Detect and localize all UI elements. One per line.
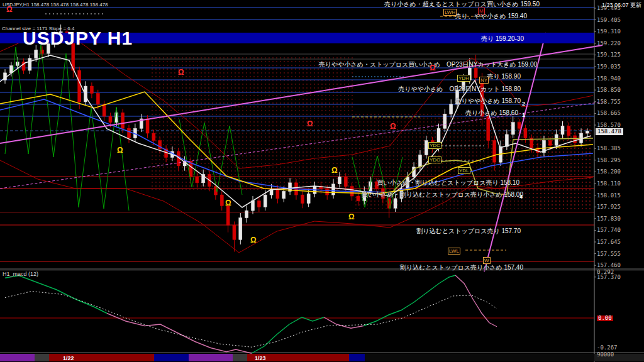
price-axis-label: 158.385 <box>597 146 621 151</box>
candle-body <box>96 94 99 104</box>
candle-body <box>233 225 236 239</box>
candle-body <box>586 131 589 133</box>
price-axis-label: 157.925 <box>597 204 621 210</box>
level-annotation-label: 買い小さめ・割り込むとストップロス売り 158.10 <box>377 178 519 187</box>
indicator-tag-m: M <box>478 8 485 14</box>
price-axis-label: 158.015 <box>597 193 621 199</box>
indicator-tag-ydo: YDO <box>428 156 441 163</box>
price-axis-label: 158.200 <box>597 169 621 175</box>
indicator-tag-ydh: YDH <box>457 75 470 82</box>
price-axis-label: 157.460 <box>597 263 621 268</box>
signal-banner: USDJPY H1 売り 159.20-30 <box>0 33 594 43</box>
candle-body <box>90 86 93 94</box>
price-axis-label: 157.555 <box>597 251 621 257</box>
candle-body <box>307 194 310 203</box>
candle-body <box>152 133 155 141</box>
level-annotation-label: 売り、やや小さめ 159.40 <box>455 12 527 21</box>
macd-line-down <box>324 317 364 329</box>
indicator-tag-ny: NY <box>479 77 489 84</box>
price-axis-label: 158.570 <box>597 123 621 128</box>
candle-body <box>548 141 552 146</box>
candle-body <box>574 136 577 143</box>
candle-body <box>450 104 453 114</box>
buy-signal-icon: Ω <box>117 146 123 155</box>
chart-canvas[interactable] <box>0 0 644 362</box>
candle-body <box>245 211 248 218</box>
timeline-session-segment <box>233 354 247 361</box>
candle-body <box>103 104 106 116</box>
banner-symbol-title: USDJPY H1 <box>23 28 133 49</box>
candle-body <box>41 50 44 53</box>
buy-signal-icon: Ω <box>348 212 355 221</box>
candle-body <box>567 126 570 135</box>
macd-signal-line <box>5 292 497 348</box>
buy-signal-icon: Ω <box>331 166 338 175</box>
price-axis-label: 157.370 <box>597 275 621 280</box>
candle-body <box>561 126 564 134</box>
price-axis-label: 159.405 <box>597 18 621 23</box>
level-annotation-label: 売りやや小さめ OP23日NYカット 158.80 <box>398 85 521 94</box>
price-axis-label: 158.755 <box>597 99 621 105</box>
macd-line-down <box>455 275 497 327</box>
price-axis-label: 158.850 <box>597 87 621 93</box>
timeline-session-segment <box>35 354 49 361</box>
candle-body <box>257 201 260 207</box>
indicator-tag-ydc: YDC <box>428 142 441 149</box>
price-axis-label: 158.295 <box>597 158 621 163</box>
candle-body <box>332 184 335 195</box>
level-annotation-label: 売り小さめ 158.60 <box>465 109 518 118</box>
candle-body <box>357 196 360 201</box>
candle-body <box>264 195 267 207</box>
buy-signal-icon: Ω <box>250 236 257 244</box>
candle-body <box>282 191 286 199</box>
level-annotation-label: 売り 158.90 <box>487 72 521 81</box>
price-axis-label: 159.035 <box>597 64 621 70</box>
level-annotation-label: 売りやや小さめ 158.70 <box>455 97 521 106</box>
candle-body <box>252 201 255 211</box>
wave-count-marker: 2 <box>522 101 525 107</box>
macd-indicator-label: H1_macd (12) <box>3 271 38 278</box>
candle-body <box>418 155 421 167</box>
price-axis-label: 157.830 <box>597 216 621 222</box>
candle-body <box>493 141 496 163</box>
candle-body <box>9 65 13 73</box>
timeline-session-segment <box>349 354 365 361</box>
price-axis-label: 158.110 <box>597 181 621 187</box>
candle-body <box>301 195 304 203</box>
price-axis-label: 157.740 <box>597 228 621 233</box>
candle-body <box>78 70 81 102</box>
macd-axis-label: 90000 <box>597 352 614 358</box>
level-annotation-label: 売りやや小さめ・ストップロス買い小さめ OP23日NYカット大きめ 159.00 <box>319 60 537 69</box>
indicator-tag-lwl: LWL <box>448 248 460 255</box>
timeline-date-label: 1/22 <box>63 355 74 361</box>
candle-body <box>518 123 521 129</box>
indicator-tag-lwh: LWH <box>443 9 457 16</box>
level-annotation-label: 割り込むとストップロス売り小さめ 157.40 <box>400 263 523 272</box>
banner-sell-zone-note: 売り 159.20-30 <box>481 35 524 43</box>
sell-signal-icon: Ω <box>390 122 396 131</box>
level-annotation-label: 割り込むとストップロス売り 157.70 <box>416 227 521 236</box>
candle-body <box>344 177 347 186</box>
candle-body <box>121 112 125 128</box>
candle-body <box>443 114 447 128</box>
price-axis-label: 159.310 <box>597 29 621 35</box>
candle-body <box>394 199 397 208</box>
candle-body <box>109 116 112 123</box>
wave-count-marker: 1 <box>522 112 525 118</box>
candle-body <box>425 141 428 155</box>
sell-signal-icon: Ω <box>430 63 436 72</box>
candle-body <box>338 177 341 184</box>
candle-body <box>196 177 199 183</box>
candle-body <box>28 58 31 70</box>
timeline-date-label: 1/23 <box>255 355 266 361</box>
price-axis-label: 159.495 <box>597 6 621 11</box>
candle-body <box>474 68 477 77</box>
timeline-session-segment <box>189 354 233 361</box>
macd-axis-label: 0.292 <box>597 270 614 275</box>
price-axis-label: 159.125 <box>597 52 621 58</box>
level-annotation-label: 買い小さめ・割り込むとストップロス売り小さめ 158.00 <box>362 190 523 199</box>
sell-signal-icon: Ω <box>6 5 13 14</box>
candle-body <box>555 134 558 145</box>
sell-signal-icon: Ω <box>307 119 313 128</box>
trading-chart-window: USDJPY,H1 158.478 158.478 158.478 158.47… <box>0 0 644 362</box>
